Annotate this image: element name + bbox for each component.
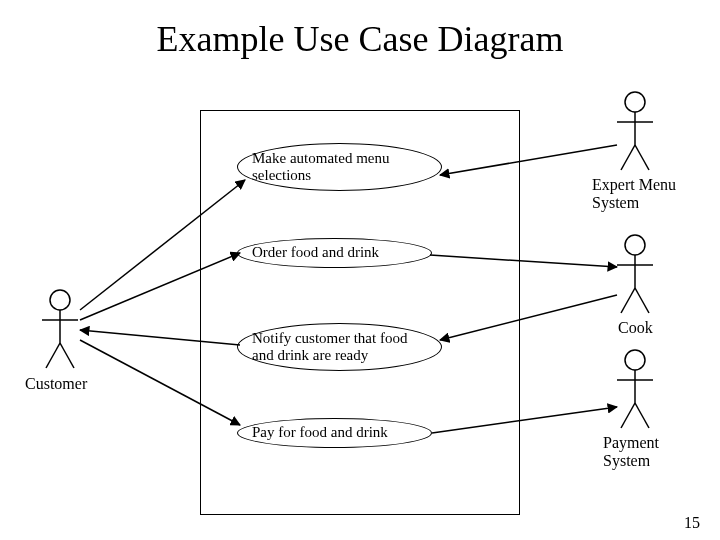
svg-point-15 xyxy=(625,350,645,370)
actor-expert-icon xyxy=(617,92,653,170)
svg-line-18 xyxy=(621,403,635,428)
usecase-order: Order food and drink xyxy=(237,238,432,268)
actor-expert-label: Expert Menu System xyxy=(592,176,702,211)
usecase-label: Make automated menu selections xyxy=(252,150,427,185)
usecase-pay: Pay for food and drink xyxy=(237,418,432,448)
actor-cook-label: Cook xyxy=(618,319,653,337)
usecase-label: Notify customer that food and drink are … xyxy=(252,330,427,365)
page-number: 15 xyxy=(684,514,700,532)
actor-cook-icon xyxy=(617,235,653,313)
diagram-title: Example Use Case Diagram xyxy=(0,18,720,60)
svg-line-14 xyxy=(635,288,649,313)
actor-customer-icon xyxy=(42,290,78,368)
usecase-make-selections: Make automated menu selections xyxy=(237,143,442,191)
svg-line-9 xyxy=(635,145,649,170)
svg-point-0 xyxy=(50,290,70,310)
usecase-label: Pay for food and drink xyxy=(252,424,388,441)
usecase-label: Order food and drink xyxy=(252,244,379,261)
svg-line-3 xyxy=(46,343,60,368)
actor-payment-icon xyxy=(617,350,653,428)
svg-line-13 xyxy=(621,288,635,313)
svg-point-5 xyxy=(625,92,645,112)
svg-line-4 xyxy=(60,343,74,368)
svg-point-10 xyxy=(625,235,645,255)
actor-payment-label: Payment System xyxy=(603,434,683,469)
svg-line-19 xyxy=(635,403,649,428)
actor-customer-label: Customer xyxy=(25,375,87,393)
svg-line-8 xyxy=(621,145,635,170)
usecase-notify: Notify customer that food and drink are … xyxy=(237,323,442,371)
